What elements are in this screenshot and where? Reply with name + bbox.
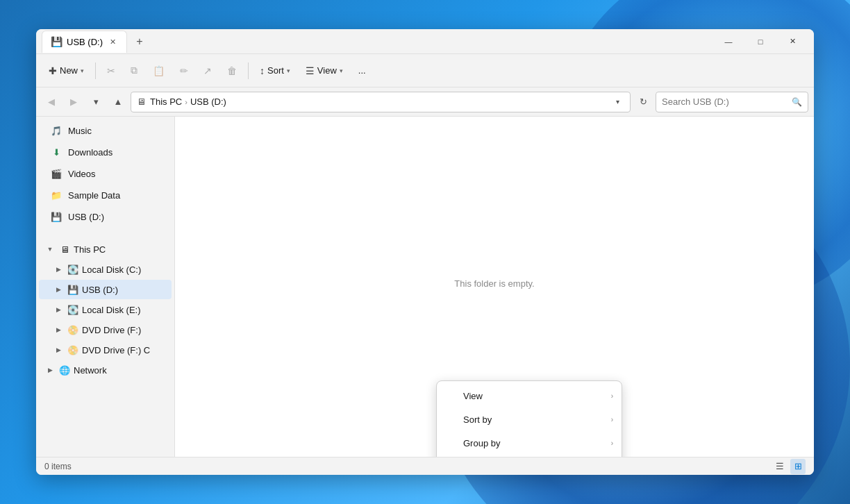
back-button[interactable]: ◀ [42,92,61,112]
empty-folder-message: This folder is empty. [454,278,534,289]
maximize-button[interactable]: □ [744,29,776,54]
tree-dvd-f2[interactable]: ▶ 📀 DVD Drive (F:) C [39,340,172,360]
ctx-group-by[interactable]: Group by › [437,431,622,455]
sidebar-item-downloads[interactable]: ⬇ Downloads 📌 [39,142,172,162]
delete-button[interactable]: 🗑 [220,59,244,83]
ctx-group-label: Group by [463,438,500,448]
tree-local-e[interactable]: ▶ 💽 Local Disk (E:) [39,300,172,319]
videos-icon: 🎬 [50,167,62,180]
tree-label-network: Network [74,365,107,376]
tree-this-pc[interactable]: ▼ 🖥 This PC [39,240,172,259]
file-area[interactable]: This folder is empty. View › Sort by › G… [175,117,814,457]
ctx-refresh[interactable]: Refresh [437,455,622,457]
address-path: This PC › USB (D:) [150,96,606,107]
sort-icon: ↕ [260,65,265,76]
recent-button[interactable]: ▾ [86,92,106,112]
ctx-group-arrow: › [611,439,613,447]
copy-icon: ⧉ [131,65,138,76]
ctx-view-arrow: › [611,392,613,400]
expand-f-icon: ▶ [53,324,64,335]
sidebar-item-sample-data[interactable]: 📁 Sample Data [39,185,172,205]
expand-c-icon: ▶ [53,264,64,275]
status-bar: 0 items ☰ ⊞ [36,457,814,475]
ctx-sort-arrow: › [611,416,613,423]
file-explorer-window: 💾 USB (D:) ✕ + — □ ✕ ✚ New ▾ ✂ ⧉ 📋 [36,29,814,475]
ctx-view-label: View [463,391,483,401]
expand-e-icon: ▶ [53,304,64,315]
address-area: ◀ ▶ ▾ ▲ 🖥 This PC › USB (D:) ▾ ↻ 🔍 [36,87,814,117]
refresh-button[interactable]: ↻ [633,92,653,112]
ctx-view[interactable]: View › [437,384,622,408]
address-dropdown-icon[interactable]: ▾ [610,95,624,109]
delete-icon: 🗑 [227,65,237,76]
close-button[interactable]: ✕ [776,29,808,54]
ctx-view-icon [445,389,458,402]
sample-data-icon: 📁 [50,189,62,201]
new-tab-button[interactable]: + [130,32,149,51]
tree-network[interactable]: ▶ 🌐 Network [39,360,172,380]
new-icon: ✚ [49,65,57,76]
paste-button[interactable]: 📋 [146,59,172,83]
ctx-group-icon [445,437,458,449]
expand-d-icon: ▶ [53,284,64,295]
toolbar: ✚ New ▾ ✂ ⧉ 📋 ✏ ↗ 🗑 ↕ Sort ▾ ☰ [36,54,814,87]
view-button[interactable]: ☰ View ▾ [299,59,350,83]
more-button[interactable]: ... [351,59,373,83]
tree-usb-d[interactable]: ▶ 💾 USB (D:) [39,280,172,299]
new-button[interactable]: ✚ New ▾ [42,59,91,83]
sidebar-item-videos[interactable]: 🎬 Videos 📌 [39,163,172,184]
search-input[interactable] [662,96,788,107]
content-area: 🎵 Music 📌 ⬇ Downloads 📌 🎬 Videos 📌 📁 Sam… [36,117,814,457]
local-c-icon: 💽 [67,263,79,276]
network-icon: 🌐 [58,364,71,376]
sidebar-label-sample-data: Sample Data [68,190,120,201]
up-button[interactable]: ▲ [108,92,128,112]
this-pc-tree-icon: 🖥 [58,243,71,255]
tree-label-this-pc: This PC [74,244,106,255]
tab-label: USB (D:) [67,37,103,47]
path-drive: USB (D:) [190,96,226,107]
toolbar-separator-1 [95,62,96,79]
forward-button[interactable]: ▶ [64,92,83,112]
cut-button[interactable]: ✂ [100,59,122,83]
address-bar[interactable]: 🖥 This PC › USB (D:) ▾ [131,92,631,112]
context-menu: View › Sort by › Group by › Refresh [436,380,622,457]
sort-button[interactable]: ↕ Sort ▾ [253,59,297,83]
dvd-f2-icon: 📀 [67,344,79,356]
music-icon: 🎵 [50,124,62,137]
sidebar-label-downloads: Downloads [68,147,112,158]
usb-d-icon: 💾 [67,283,79,296]
minimize-button[interactable]: — [712,29,744,54]
usb-sidebar-icon: 💾 [50,210,62,223]
downloads-icon: ⬇ [50,146,62,158]
tab-area: 💾 USB (D:) ✕ + [42,29,712,53]
sort-dropdown-icon: ▾ [287,67,290,74]
rename-button[interactable]: ✏ [173,59,195,83]
more-label: ... [358,65,366,76]
ctx-sort-by[interactable]: Sort by › [437,408,622,431]
path-separator: › [185,98,188,106]
sidebar-item-usb[interactable]: 💾 USB (D:) [39,206,172,227]
tree-local-c[interactable]: ▶ 💽 Local Disk (C:) [39,260,172,279]
grid-view-button[interactable]: ⊞ [790,459,806,474]
copy-button[interactable]: ⧉ [124,59,144,83]
tree-label-dvd-f2: DVD Drive (F:) C [82,345,150,355]
view-dropdown-icon: ▾ [340,67,343,74]
tree-dvd-f[interactable]: ▶ 📀 DVD Drive (F:) [39,320,172,339]
search-box[interactable]: 🔍 [656,92,808,112]
sidebar-item-music[interactable]: 🎵 Music 📌 [39,120,172,141]
view-icon: ☰ [306,65,315,76]
list-view-button[interactable]: ☰ [772,459,788,474]
expand-this-pc-icon: ▼ [44,244,56,255]
sidebar-label-music: Music [68,126,92,136]
sidebar: 🎵 Music 📌 ⬇ Downloads 📌 🎬 Videos 📌 📁 Sam… [36,117,175,457]
active-tab[interactable]: 💾 USB (D:) ✕ [42,31,127,53]
tree-label-dvd-f: DVD Drive (F:) [82,325,141,335]
sort-label: Sort [267,65,284,76]
cut-icon: ✂ [107,65,115,76]
rename-icon: ✏ [180,65,188,76]
view-controls: ☰ ⊞ [772,459,806,474]
search-icon: 🔍 [792,97,802,107]
tab-close-button[interactable]: ✕ [107,36,118,47]
share-button[interactable]: ↗ [197,59,219,83]
